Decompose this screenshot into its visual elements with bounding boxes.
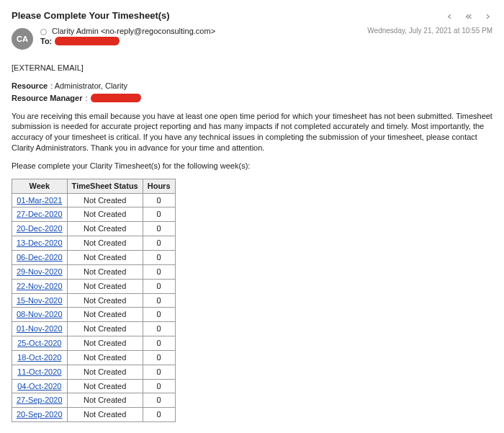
cell-status: Not Created <box>67 264 143 279</box>
week-link[interactable]: 22-Nov-2020 <box>17 282 63 290</box>
cell-hours: 0 <box>143 365 175 379</box>
cell-week: 29-Nov-2020 <box>12 264 68 279</box>
cell-hours: 0 <box>143 308 175 322</box>
cell-week: 01-Nov-2020 <box>12 322 68 336</box>
cell-status: Not Created <box>67 236 143 251</box>
table-row: 20-Dec-2020Not Created0 <box>12 222 176 236</box>
cell-status: Not Created <box>67 250 143 264</box>
cell-week: 11-Oct-2020 <box>12 365 68 379</box>
week-link[interactable]: 11-Oct-2020 <box>17 367 61 376</box>
week-link[interactable]: 20-Sep-2020 <box>17 410 63 419</box>
cell-hours: 0 <box>143 207 175 222</box>
from-row: CA Clarity Admin <no-reply@regoconsultin… <box>12 27 215 50</box>
cell-status: Not Created <box>67 408 143 422</box>
cell-hours: 0 <box>143 236 175 251</box>
resource-value: : Administrator, Clarity <box>50 81 127 91</box>
cell-status: Not Created <box>67 308 143 322</box>
cell-week: 20-Sep-2020 <box>12 408 68 422</box>
week-link[interactable]: 20-Dec-2020 <box>17 224 63 233</box>
cell-week: 27-Dec-2020 <box>12 207 68 222</box>
cell-hours: 0 <box>143 250 175 264</box>
week-link[interactable]: 25-Oct-2020 <box>17 339 61 347</box>
cell-status: Not Created <box>67 379 143 393</box>
from-name: Clarity Admin <box>52 27 99 35</box>
table-row: 06-Dec-2020Not Created0 <box>12 250 176 264</box>
redacted-manager <box>90 94 141 102</box>
cell-week: 06-Dec-2020 <box>12 250 68 264</box>
week-link[interactable]: 27-Sep-2020 <box>17 396 63 404</box>
reply-all-icon[interactable] <box>464 12 474 23</box>
col-hours: Hours <box>143 179 175 193</box>
cell-status: Not Created <box>67 365 143 379</box>
avatar: CA <box>12 28 33 50</box>
from-line: Clarity Admin <no-reply@regoconsulting.c… <box>40 27 215 35</box>
cell-hours: 0 <box>143 279 175 293</box>
table-row: 25-Oct-2020Not Created0 <box>12 336 176 351</box>
cell-status: Not Created <box>67 336 143 351</box>
cell-week: 22-Nov-2020 <box>12 279 68 293</box>
cell-week: 04-Oct-2020 <box>12 379 68 393</box>
redacted-recipient <box>55 37 120 45</box>
table-row: 18-Oct-2020Not Created0 <box>12 350 176 365</box>
table-header-row: Week TimeSheet Status Hours <box>12 179 176 193</box>
week-link[interactable]: 04-Oct-2020 <box>17 382 61 390</box>
table-row: 13-Dec-2020Not Created0 <box>12 236 176 251</box>
cell-hours: 0 <box>143 350 175 365</box>
cell-week: 25-Oct-2020 <box>12 336 68 351</box>
external-email-tag: [EXTERNAL EMAIL] <box>12 63 492 73</box>
forward-icon[interactable] <box>482 12 492 23</box>
week-link[interactable]: 15-Nov-2020 <box>17 296 63 305</box>
resource-manager-line: Resource Manager : <box>12 93 492 104</box>
cell-status: Not Created <box>67 222 143 236</box>
table-row: 04-Oct-2020Not Created0 <box>12 379 176 393</box>
table-row: 27-Dec-2020Not Created0 <box>12 207 176 222</box>
table-row: 27-Sep-2020Not Created0 <box>12 393 176 408</box>
cell-week: 01-Mar-2021 <box>12 193 68 207</box>
week-link[interactable]: 08-Nov-2020 <box>17 310 63 318</box>
week-link[interactable]: 29-Nov-2020 <box>17 267 63 276</box>
from-block: Clarity Admin <no-reply@regoconsulting.c… <box>40 27 215 45</box>
cell-hours: 0 <box>143 222 175 236</box>
table-row: 01-Mar-2021Not Created0 <box>12 193 176 207</box>
cell-hours: 0 <box>143 379 175 393</box>
cell-week: 15-Nov-2020 <box>12 293 68 308</box>
table-row: 08-Nov-2020Not Created0 <box>12 308 176 322</box>
resource-line: Resource : Administrator, Clarity <box>12 81 492 91</box>
from-email: <no-reply@regoconsulting.com> <box>101 27 215 35</box>
timesheet-table: Week TimeSheet Status Hours 01-Mar-2021N… <box>12 179 176 422</box>
cell-status: Not Created <box>67 393 143 408</box>
email-date: Wednesday, July 21, 2021 at 10:55 PM <box>367 27 492 35</box>
week-link[interactable]: 18-Oct-2020 <box>17 353 61 362</box>
table-row: 20-Sep-2020Not Created0 <box>12 408 176 422</box>
table-row: 29-Nov-2020Not Created0 <box>12 264 176 279</box>
email-subject: Please Complete Your Timesheet(s) <box>12 10 170 21</box>
week-link[interactable]: 01-Mar-2021 <box>17 196 62 205</box>
week-link[interactable]: 01-Nov-2020 <box>17 324 63 333</box>
cell-week: 08-Nov-2020 <box>12 308 68 322</box>
cell-status: Not Created <box>67 293 143 308</box>
week-link[interactable]: 13-Dec-2020 <box>17 238 63 247</box>
cell-status: Not Created <box>67 207 143 222</box>
table-row: 15-Nov-2020Not Created0 <box>12 293 176 308</box>
cell-hours: 0 <box>143 264 175 279</box>
week-link[interactable]: 27-Dec-2020 <box>17 210 63 218</box>
cell-status: Not Created <box>67 322 143 336</box>
table-row: 01-Nov-2020Not Created0 <box>12 322 176 336</box>
cell-hours: 0 <box>143 193 175 207</box>
reply-icon[interactable] <box>445 12 455 23</box>
body-paragraph-2: Please complete your Clarity Timesheet(s… <box>12 161 492 171</box>
cell-week: 18-Oct-2020 <box>12 350 68 365</box>
cell-hours: 0 <box>143 322 175 336</box>
cell-week: 20-Dec-2020 <box>12 222 68 236</box>
week-link[interactable]: 06-Dec-2020 <box>17 253 63 262</box>
col-status: TimeSheet Status <box>67 179 143 193</box>
cell-hours: 0 <box>143 393 175 408</box>
cell-hours: 0 <box>143 408 175 422</box>
col-week: Week <box>12 179 68 193</box>
table-row: 11-Oct-2020Not Created0 <box>12 365 176 379</box>
cell-week: 13-Dec-2020 <box>12 236 68 251</box>
cell-hours: 0 <box>143 336 175 351</box>
unread-dot-icon <box>40 29 47 35</box>
from-date-row: CA Clarity Admin <no-reply@regoconsultin… <box>12 27 492 50</box>
to-line: To: <box>40 37 215 45</box>
